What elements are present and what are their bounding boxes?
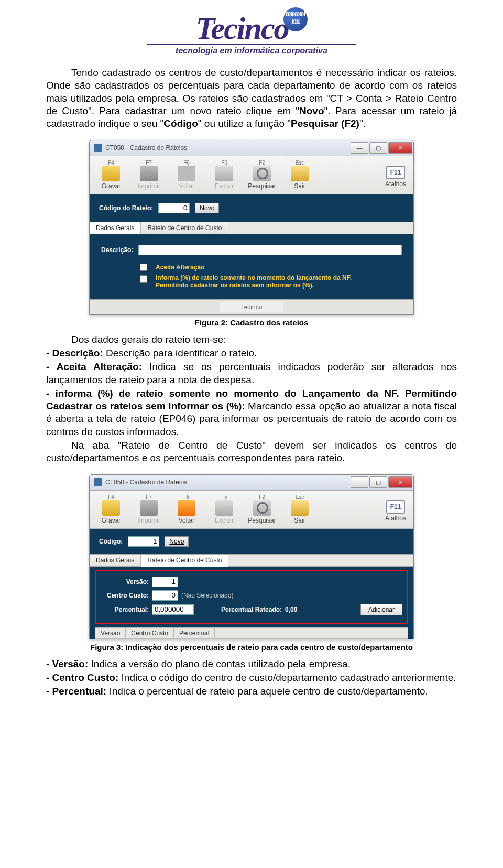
col-versao: Versão: [95, 628, 126, 638]
label: - Centro Custo:: [46, 672, 122, 683]
toolbar-excluir-button: F5Excluir: [206, 158, 243, 192]
toolbar-gravar-button[interactable]: F4Gravar: [93, 493, 129, 526]
checkbox-aceita-alteracao-label: Aceita Alteração: [156, 264, 205, 271]
checkbox-informa-percentual-label: Informa (%) de rateio somente no momento…: [156, 274, 376, 289]
toolbar-label: Pesquisar: [248, 182, 276, 190]
tab-dados-gerais[interactable]: Dados Gerais: [90, 222, 141, 234]
window-title: CT050 - Cadastro de Rateios: [105, 144, 187, 151]
figure-caption-3: Figura 3: Indicação dos percentuais de r…: [46, 643, 457, 652]
minimize-button[interactable]: —: [351, 476, 368, 488]
toolbar-label: Gravar: [102, 517, 121, 524]
toolbar-voltar-button: F6Voltar: [168, 158, 205, 192]
text-bold: Pesquisar (F2): [291, 118, 359, 129]
toolbar-label: Gravar: [102, 182, 121, 190]
tab-rateio-centro-custo[interactable]: Rateio de Centro de Custo: [141, 222, 228, 234]
app-icon: [94, 144, 102, 152]
col-percentual: Percentual: [174, 628, 215, 638]
titlebar[interactable]: CT050 - Cadastro de Rateios — ▢ ✕: [90, 140, 413, 156]
paragraph-dados-gerais: Dos dados gerais do rateio tem-se:: [46, 333, 457, 346]
centro-custo-input[interactable]: [152, 590, 178, 601]
company-logo: Tecinco0010 00101 1011 tecnologia em inf…: [46, 10, 457, 56]
bullet-informa-percentual: - informa (%) de rateio somente no momen…: [46, 387, 457, 438]
maximize-button[interactable]: ▢: [369, 142, 387, 154]
figure-caption-2: Figura 2: Cadastro dos rateios: [46, 318, 457, 327]
sair-icon: [291, 500, 309, 516]
window-cadastro-rateios-2: CT050 - Cadastro de Rateios — ▢ ✕ F4Grav…: [89, 474, 414, 639]
sair-icon: [291, 166, 309, 181]
centro-custo-hint: (Não Selecionado): [181, 592, 233, 599]
maximize-button[interactable]: ▢: [369, 476, 387, 488]
atalhos-button[interactable]: F11 Atalhos: [381, 158, 410, 192]
label: - Versão:: [46, 658, 91, 669]
novo-button[interactable]: Novo: [195, 203, 219, 213]
codigo-rateio-label: Código do Rateio:: [99, 204, 153, 212]
statusbar: Tecinco: [90, 299, 413, 314]
toolbar-imprimir-button: F7Imprimir: [130, 493, 167, 526]
atalhos-label: Atalhos: [385, 515, 406, 522]
toolbar-label: Imprimir: [137, 517, 160, 524]
codigo-input[interactable]: [128, 536, 159, 547]
toolbar-label: Excluir: [215, 517, 234, 524]
titlebar[interactable]: CT050 - Cadastro de Rateios — ▢ ✕: [90, 475, 413, 491]
text: ".: [359, 118, 366, 129]
paragraph-aba-rateio: Na aba "Rateio de Centro de Custo" devem…: [46, 439, 457, 465]
table-header: Versão Centro Custo Percentual: [95, 627, 408, 639]
paragraph-intro: Tendo cadastrado os centros de custo/dep…: [46, 67, 457, 131]
toolbar-label: Sair: [294, 517, 305, 524]
tabs: Dados Gerais Rateio de Centro de Custo: [90, 554, 413, 567]
codigo-label: Código:: [99, 538, 123, 545]
minimize-button[interactable]: —: [351, 142, 368, 154]
toolbar-pesquisar-button[interactable]: F2Pesquisar: [244, 158, 280, 192]
app-icon: [94, 478, 102, 486]
voltar-icon: [178, 166, 195, 181]
toolbar-voltar-button[interactable]: F6Voltar: [168, 493, 205, 526]
toolbar-label: Pesquisar: [248, 517, 276, 524]
status-text: Tecinco: [220, 302, 284, 312]
codigo-panel: Código do Rateio: Novo: [90, 194, 413, 222]
percentual-input[interactable]: [152, 604, 194, 615]
label: - Percentual:: [46, 686, 109, 697]
close-button[interactable]: ✕: [388, 142, 412, 154]
atalhos-button[interactable]: F11 Atalhos: [381, 493, 410, 526]
centro-custo-label: Centro Custo:: [101, 592, 149, 599]
codigo-rateio-input[interactable]: [158, 203, 190, 213]
checkbox-aceita-alteracao[interactable]: [140, 264, 147, 271]
text: Indica o código do centro de custo/depar…: [122, 672, 456, 683]
toolbar: F4GravarF7ImprimirF6VoltarF5ExcluirF2Pes…: [90, 156, 413, 194]
col-centro-custo: Centro Custo: [126, 628, 174, 638]
percentual-label: Percentual:: [101, 606, 149, 613]
pesquisar-icon: [253, 166, 271, 181]
gravar-icon: [102, 500, 120, 516]
novo-button[interactable]: Novo: [165, 536, 189, 547]
close-button[interactable]: ✕: [388, 476, 412, 488]
gravar-icon: [102, 166, 120, 181]
bullet-versao: - Versão: Indica a versão do plano de co…: [46, 658, 457, 670]
versao-label: Versão:: [101, 578, 149, 585]
toolbar-label: Sair: [294, 182, 305, 190]
toolbar: F4GravarF7ImprimirF6VoltarF5ExcluirF2Pes…: [90, 491, 413, 529]
bullet-aceita-alteracao: - Aceita Alteração: Indica se os percent…: [46, 361, 457, 386]
f11-icon: F11: [386, 500, 405, 514]
checkbox-informa-percentual[interactable]: [140, 275, 147, 283]
percentual-rateado-label: Percentual Rateado:: [221, 606, 282, 613]
versao-input[interactable]: [152, 577, 178, 587]
descricao-input[interactable]: [138, 245, 402, 255]
tab-dados-gerais[interactable]: Dados Gerais: [90, 555, 141, 566]
f11-icon: F11: [386, 166, 405, 179]
tab-rateio-centro-custo[interactable]: Rateio de Centro de Custo: [141, 555, 228, 567]
imprimir-icon: [140, 166, 158, 181]
toolbar-sair-button[interactable]: EscSair: [281, 158, 318, 192]
descricao-label: Descrição:: [101, 246, 133, 254]
toolbar-sair-button[interactable]: EscSair: [281, 493, 318, 526]
toolbar-label: Voltar: [179, 517, 195, 524]
window-cadastro-rateios-1: CT050 - Cadastro de Rateios — ▢ ✕ F4Grav…: [89, 140, 414, 315]
logo-disc-icon: 0010 00101 1011: [283, 7, 308, 31]
atalhos-label: Atalhos: [385, 180, 406, 188]
toolbar-label: Imprimir: [137, 182, 160, 190]
toolbar-gravar-button[interactable]: F4Gravar: [93, 158, 129, 192]
text-bold: Novo: [299, 105, 324, 116]
excluir-icon: [215, 500, 233, 516]
toolbar-pesquisar-button[interactable]: F2Pesquisar: [244, 493, 280, 526]
adicionar-button[interactable]: Adicionar: [360, 604, 402, 615]
dados-gerais-panel: Descrição: Aceita Alteração Informa (%) …: [90, 234, 413, 299]
